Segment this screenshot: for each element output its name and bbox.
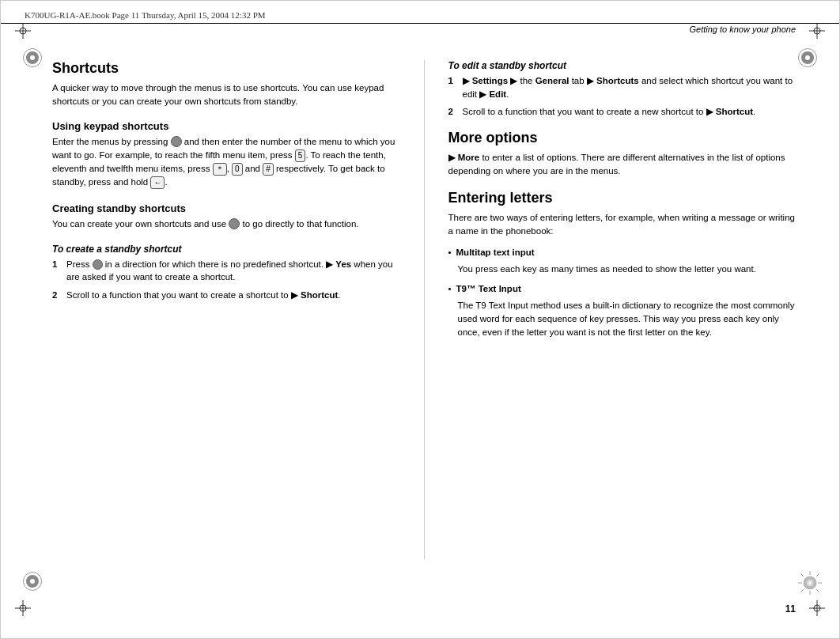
- create-shortcut-step2: 2 Scroll to a function that you want to …: [52, 289, 400, 302]
- content-area: Shortcuts A quicker way to move through …: [52, 44, 796, 575]
- edit-step2-text: Scroll to a function that you want to cr…: [463, 105, 756, 119]
- svg-line-22: [801, 589, 804, 592]
- page-header: Getting to know your phone: [689, 25, 796, 34]
- key-0-icon: 0: [232, 163, 243, 176]
- create-shortcut-proc-title: To create a standby shortcut: [52, 244, 400, 255]
- bullet-t9-text: T9™ Text Input: [456, 282, 521, 296]
- shortcuts-title: Shortcuts: [52, 60, 400, 77]
- step2-num: 2: [52, 289, 62, 302]
- bullet-dot-1: •: [448, 246, 452, 259]
- shortcuts-intro: A quicker way to move through the menus …: [52, 81, 400, 109]
- page-number: 11: [785, 603, 796, 614]
- svg-line-20: [816, 589, 819, 592]
- step1-num: 1: [52, 258, 62, 284]
- bullet-t9: • T9™ Text Input: [448, 282, 796, 296]
- edit-shortcut-step1: 1 ▶ Settings ▶ the General tab ▶ Shortcu…: [448, 74, 796, 100]
- keypad-shortcuts-body: Enter the menus by pressing and then ent…: [52, 135, 400, 190]
- edit-shortcut-proc-title: To edit a standby shortcut: [448, 60, 796, 71]
- key-back-icon: ←: [150, 176, 165, 189]
- t9-description: The T9 Text Input method uses a built-in…: [458, 299, 796, 340]
- corner-mark-br: [809, 600, 825, 616]
- edit-shortcut-step2: 2 Scroll to a function that you want to …: [448, 105, 796, 119]
- bullet-multitap-text: Multitap text input: [456, 246, 535, 259]
- sun-mark-br: [798, 571, 822, 595]
- entering-letters-title: Entering letters: [448, 190, 796, 206]
- entering-letters-intro: There are two ways of entering letters, …: [448, 211, 796, 239]
- corner-mark-tl: [15, 23, 31, 39]
- corner-mark-bl: [15, 600, 31, 616]
- circle-mark-bl: [23, 572, 42, 591]
- book-info: K700UG-R1A-AE.book Page 11 Thursday, Apr…: [25, 10, 266, 20]
- right-column: To edit a standby shortcut 1 ▶ Settings …: [448, 44, 796, 575]
- circle-mark-tl: [23, 48, 42, 67]
- page-container: K700UG-R1A-AE.book Page 11 Thursday, Apr…: [0, 0, 840, 639]
- key-5-icon: 5: [295, 149, 306, 162]
- circle-mark-tr: [798, 48, 817, 67]
- column-divider: [424, 60, 425, 559]
- edit-step1-text: ▶ Settings ▶ the General tab ▶ Shortcuts…: [463, 74, 796, 100]
- multitap-description: You press each key as many times as need…: [458, 263, 796, 276]
- and-text: and: [245, 164, 260, 173]
- corner-mark-tr: [809, 23, 825, 39]
- more-options-body: ▶ More to enter a list of options. There…: [448, 151, 796, 179]
- edit-step1-num: 1: [448, 74, 458, 100]
- key-star-icon: ＊: [213, 163, 227, 176]
- svg-line-21: [816, 574, 819, 577]
- creating-shortcuts-title: Creating standby shortcuts: [52, 202, 400, 214]
- bullet-multitap: • Multitap text input: [448, 246, 796, 259]
- top-bar: K700UG-R1A-AE.book Page 11 Thursday, Apr…: [1, 7, 839, 24]
- step2-text: Scroll to a function that you want to cr…: [66, 289, 341, 302]
- keypad-shortcuts-title: Using keypad shortcuts: [52, 120, 400, 132]
- edit-step2-num: 2: [448, 105, 458, 119]
- svg-line-19: [801, 574, 804, 577]
- key-hash-icon: #: [263, 163, 274, 176]
- bullet-dot-2: •: [448, 282, 452, 296]
- creating-shortcuts-body: You can create your own shortcuts and us…: [52, 217, 400, 231]
- more-options-title: More options: [448, 130, 796, 146]
- svg-point-14: [809, 582, 812, 584]
- left-column: Shortcuts A quicker way to move through …: [52, 44, 400, 575]
- create-shortcut-step1: 1 Press in a direction for which there i…: [52, 258, 400, 284]
- step1-text: Press in a direction for which there is …: [66, 258, 400, 284]
